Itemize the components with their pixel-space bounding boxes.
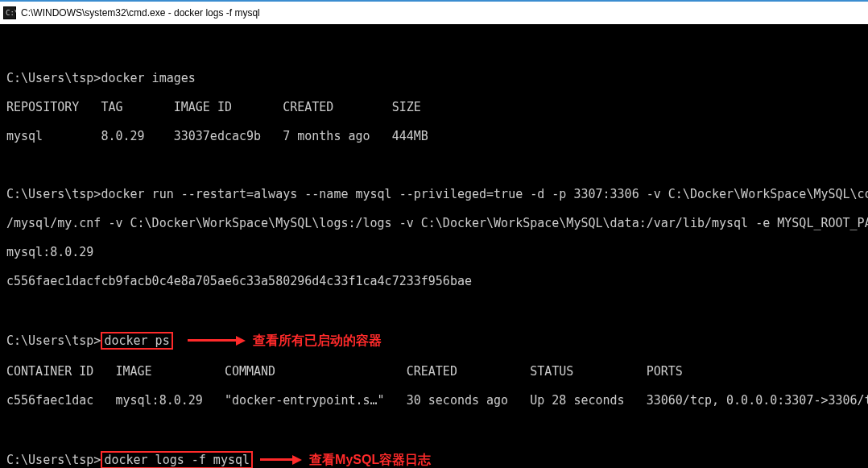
annotation-label: 查看MySQL容器日志 bbox=[309, 453, 431, 466]
window-title: C:\WINDOWS\system32\cmd.exe - docker log… bbox=[21, 7, 260, 19]
images-header: REPOSITORY TAG IMAGE ID CREATED SIZE bbox=[6, 100, 868, 114]
blank-line bbox=[6, 158, 868, 172]
arrow-icon bbox=[260, 458, 292, 461]
cmd-line-cont: mysql:8.0.29 bbox=[6, 245, 868, 259]
arrow-icon bbox=[188, 339, 236, 342]
highlight-docker-ps: docker ps bbox=[101, 332, 172, 350]
cmd-icon: C:\ bbox=[3, 6, 16, 19]
images-row: mysql 8.0.29 33037edcac9b 7 months ago 4… bbox=[6, 129, 868, 143]
annotation-label: 查看所有已启动的容器 bbox=[253, 333, 382, 347]
ps-row: c556faec1dac mysql:8.0.29 "docker-entryp… bbox=[6, 393, 868, 408]
output-hash: c556faec1dacfcb9facb0c4e8a705ae6c33a5802… bbox=[6, 274, 868, 288]
blank-line bbox=[6, 42, 868, 56]
highlight-docker-logs: docker logs -f mysql bbox=[101, 451, 253, 468]
svg-text:C:\: C:\ bbox=[6, 9, 16, 17]
cmd-line: C:\Users\tsp>docker run --restart=always… bbox=[6, 187, 868, 201]
arrow-head-icon bbox=[292, 455, 302, 465]
cmd-line-cont: /mysql/my.cnf -v C:\Docker\WorkSpace\MyS… bbox=[6, 216, 868, 230]
terminal-output[interactable]: C:\Users\tsp>docker images REPOSITORY TA… bbox=[0, 24, 868, 468]
arrow-head-icon bbox=[236, 336, 246, 346]
cmd-line: C:\Users\tsp>docker images bbox=[6, 71, 868, 85]
cmd-line-annotated: C:\Users\tsp>docker ps 查看所有已启动的容器 bbox=[6, 332, 868, 350]
ps-header: CONTAINER ID IMAGE COMMAND CREATED STATU… bbox=[6, 364, 868, 379]
blank-line bbox=[6, 422, 868, 437]
window-titlebar: C:\ C:\WINDOWS\system32\cmd.exe - docker… bbox=[0, 0, 868, 24]
cmd-line-annotated: C:\Users\tsp>docker logs -f mysql 查看MySQ… bbox=[6, 451, 868, 468]
blank-line bbox=[6, 303, 868, 317]
